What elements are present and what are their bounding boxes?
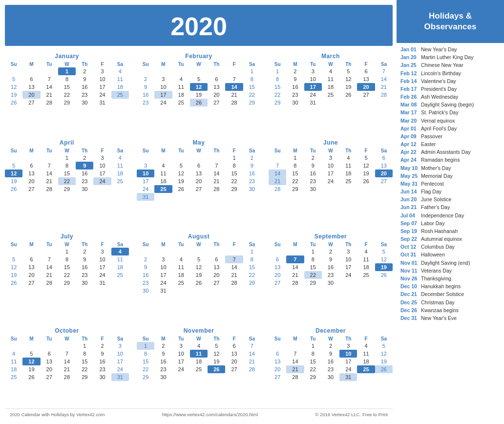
day-cell: 1: [243, 67, 261, 75]
day-cell: 19: [5, 271, 22, 279]
day-cell: 23: [322, 271, 339, 279]
day-header-w: W: [190, 148, 208, 154]
day-cell: 16: [76, 263, 93, 271]
day-cell: [190, 287, 208, 295]
day-cell: 16: [137, 271, 154, 279]
month-block-august: AugustSuMTuWThFSa12345678910111213141516…: [137, 233, 261, 322]
day-header-sa: Sa: [375, 61, 393, 67]
day-cell: 24: [172, 365, 190, 373]
day-cell: 30: [243, 185, 261, 193]
month-table-march: SuMTuWThFSa12345678910111213141516171819…: [269, 61, 393, 106]
day-cell: 23: [137, 279, 154, 287]
day-header-f: F: [93, 336, 111, 342]
day-cell: 15: [58, 263, 76, 271]
holiday-date: Dec 26: [400, 307, 421, 314]
day-cell: 24: [304, 91, 322, 99]
day-cell: 4: [111, 67, 129, 75]
day-cell: 8: [243, 75, 261, 83]
day-cell: 25: [322, 91, 339, 99]
day-cell: 3: [154, 75, 172, 83]
day-header-f: F: [357, 148, 375, 154]
day-cell: 29: [286, 185, 304, 193]
day-cell: 28: [225, 99, 243, 106]
day-cell: 28: [41, 279, 58, 287]
month-title-september: September: [269, 233, 393, 240]
day-header-tu: Tu: [172, 61, 190, 67]
day-cell: [58, 342, 76, 350]
day-cell: 2: [286, 67, 304, 75]
holiday-date: Jan 25: [400, 62, 421, 68]
day-cell: 25: [339, 177, 357, 185]
day-cell: 11: [190, 350, 208, 358]
day-cell: 14: [286, 263, 304, 271]
day-cell: [243, 193, 261, 201]
day-cell: 2: [322, 248, 339, 255]
holiday-row: Mar 08Daylight Saving (begin): [400, 101, 501, 108]
day-cell: 26: [190, 279, 208, 287]
day-cell: 9: [243, 162, 261, 170]
month-title-december: December: [269, 327, 393, 334]
day-cell: 29: [304, 279, 322, 287]
day-cell: 3: [137, 162, 154, 170]
day-cell: 17: [172, 358, 190, 365]
day-cell: 26: [5, 185, 22, 193]
day-cell: 11: [111, 162, 129, 170]
holiday-date: Apr 24: [400, 156, 421, 163]
month-title-january: January: [5, 53, 129, 60]
holiday-date: Apr 09: [400, 133, 421, 140]
holiday-row: Oct 31Halloween: [400, 251, 501, 258]
day-cell: 6: [22, 75, 40, 83]
day-cell: 2: [243, 154, 261, 162]
day-cell: 24: [154, 279, 172, 287]
day-cell: [243, 373, 261, 381]
day-cell: 21: [225, 271, 243, 279]
day-cell: 26: [339, 91, 357, 99]
day-header-sa: Sa: [111, 148, 129, 154]
day-cell: 8: [225, 162, 243, 170]
day-cell: 21: [58, 365, 76, 373]
month-block-september: SeptemberSuMTuWThFSa12345678910111213141…: [269, 233, 393, 322]
holiday-date: Sep 19: [400, 228, 421, 234]
day-cell: 8: [304, 255, 322, 263]
day-cell: 3: [93, 154, 111, 162]
day-cell: 4: [357, 342, 375, 350]
day-header-tu: Tu: [41, 61, 58, 67]
day-cell: 10: [93, 162, 111, 170]
day-cell: 4: [339, 154, 357, 162]
holiday-date: Feb 17: [400, 85, 421, 92]
holiday-row: Jun 20June Solstice: [400, 196, 501, 203]
day-cell: 12: [208, 350, 225, 358]
day-cell: [5, 248, 22, 255]
holiday-name: Ramadan begins: [421, 156, 501, 163]
day-cell: [5, 342, 22, 350]
day-cell: 5: [357, 154, 375, 162]
day-cell: 2: [137, 75, 154, 83]
day-cell: 18: [5, 365, 22, 373]
day-cell: 28: [375, 91, 393, 99]
day-cell: 28: [269, 185, 286, 193]
day-cell: 23: [304, 177, 322, 185]
holiday-row: Dec 31New Year's Eve: [400, 315, 501, 321]
day-cell: [225, 287, 243, 295]
day-cell: 15: [304, 263, 322, 271]
day-cell: 13: [357, 75, 375, 83]
day-cell: 24: [137, 185, 154, 193]
day-cell: 13: [22, 170, 40, 177]
month-table-may: SuMTuWThFSa12345678910111213141516171819…: [137, 148, 261, 201]
day-header-su: Su: [5, 148, 22, 154]
day-cell: 10: [339, 255, 357, 263]
day-cell: 6: [269, 255, 286, 263]
day-cell: 20: [22, 91, 40, 99]
day-cell: 16: [322, 263, 339, 271]
day-cell: 14: [208, 170, 225, 177]
day-header-su: Su: [137, 336, 154, 342]
day-cell: 27: [22, 99, 40, 106]
day-header-m: M: [154, 61, 172, 67]
months-grid: JanuarySuMTuWThFSa1234567891011121314151…: [5, 53, 393, 408]
day-cell: 2: [76, 67, 93, 75]
day-cell: 23: [76, 271, 93, 279]
holiday-name: Vernal equinox: [421, 117, 501, 124]
day-cell: [286, 342, 304, 350]
day-cell: 16: [93, 358, 111, 365]
day-cell: 15: [76, 358, 93, 365]
